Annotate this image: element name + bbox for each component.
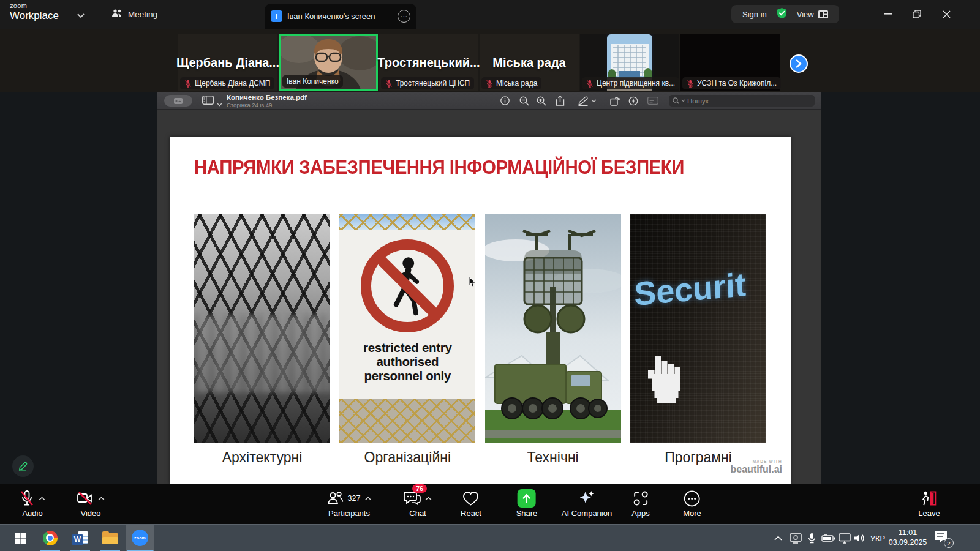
pdf-page-status: Сторінка 24 із 49 — [227, 102, 307, 109]
react-label: React — [461, 509, 481, 518]
zoom-out-button[interactable] — [517, 95, 532, 107]
participant-tile[interactable]: УСЗН та Оз Крижопіл... — [680, 34, 780, 91]
pdf-file-name: Копиченко Безпека.pdf — [227, 94, 307, 101]
security-screen-image: Securit — [630, 214, 766, 443]
window-restore-button[interactable] — [907, 4, 927, 24]
slide-column-organizational: restricted entry authorised personnel on… — [339, 214, 475, 466]
sign-text: restricted entry authorised personnel on… — [339, 341, 475, 383]
participants-count: 327 — [348, 494, 361, 503]
sign-in-button[interactable]: Sign in — [742, 10, 767, 19]
participant-label-text: Тростянецький ЦНСП — [396, 79, 470, 88]
taskbar-word[interactable]: W — [66, 525, 94, 551]
no-pedestrian-icon — [361, 239, 454, 332]
zoom-meeting-window: zoom Workplace Meeting I Іван Копиченко'… — [0, 0, 980, 551]
ai-companion-control[interactable]: AI Companion — [562, 489, 612, 518]
notification-count-badge: 2 — [944, 538, 954, 548]
sidebar-chevron-icon[interactable] — [217, 98, 222, 109]
security-shield-icon[interactable] — [776, 7, 788, 21]
zoom-workplace-logo: zoom Workplace — [10, 2, 59, 21]
taskbar-chrome[interactable] — [36, 525, 64, 551]
tray-battery-icon[interactable] — [820, 530, 837, 547]
logo-zoom-text: zoom — [10, 2, 59, 9]
participant-label-text: Міська рада — [496, 79, 537, 88]
pdf-search-field[interactable] — [669, 95, 815, 107]
rotate-button[interactable] — [608, 95, 622, 107]
participants-options-chevron[interactable] — [364, 497, 371, 501]
slide-columns: Архітектурні — [194, 214, 766, 466]
participant-label: Іван Копиченко — [282, 75, 343, 88]
video-options-chevron[interactable] — [98, 497, 105, 501]
tray-cast-icon[interactable] — [788, 530, 804, 547]
notification-center-button[interactable]: 2 — [933, 530, 951, 546]
leave-label: Leave — [918, 509, 940, 518]
tray-show-hidden-icons[interactable] — [771, 530, 785, 547]
taskbar-file-explorer[interactable] — [96, 525, 124, 551]
audio-control[interactable]: Audio — [20, 489, 45, 518]
window-minimize-button[interactable] — [877, 4, 898, 24]
tray-microphone-icon[interactable] — [805, 530, 818, 547]
markup-chevron-icon[interactable] — [589, 95, 598, 107]
apps-control[interactable]: Apps — [631, 489, 650, 518]
participant-tile[interactable]: Щербань Діана... Щербань Діана ДСМП — [178, 34, 277, 91]
zoom-in-button[interactable] — [534, 95, 549, 107]
start-button[interactable] — [6, 525, 35, 551]
info-button[interactable] — [497, 95, 512, 107]
participant-label: Щербань Діана ДСМП — [180, 77, 274, 89]
participant-label: Центр підвищення кв... — [582, 77, 679, 89]
view-button[interactable]: View — [797, 10, 828, 19]
participant-tile[interactable]: Центр підвищення кв... — [580, 34, 679, 91]
meeting-people-icon — [111, 9, 123, 20]
chat-control[interactable]: 76 Chat — [404, 489, 432, 518]
heart-icon — [463, 491, 480, 506]
slide-column-software: Securit — [630, 214, 766, 466]
search-input[interactable] — [687, 97, 811, 105]
apps-icon — [633, 490, 649, 506]
participant-tile[interactable]: Міська рада Міська рада — [480, 34, 579, 91]
annotate-button[interactable] — [12, 455, 34, 477]
tray-volume-icon[interactable] — [851, 530, 867, 547]
more-control[interactable]: More — [683, 489, 701, 518]
taskbar-zoom-active[interactable]: zoom — [126, 525, 154, 551]
draw-tool-button[interactable] — [626, 95, 641, 107]
participant-label-text: Центр підвищення кв... — [597, 79, 675, 88]
share-control[interactable]: Share — [516, 489, 538, 518]
apps-label: Apps — [631, 509, 650, 518]
tab-options-ellipsis-icon[interactable]: ⋯ — [398, 10, 410, 23]
markup-pen-button[interactable] — [576, 95, 590, 107]
clock-date: 03.09.2025 — [887, 538, 929, 547]
participant-label-text: Щербань Діана ДСМП — [195, 79, 270, 88]
column-caption: Організаційні — [339, 449, 475, 466]
audio-options-chevron[interactable] — [39, 497, 45, 501]
pdf-document-area[interactable]: НАПРЯМКИ ЗАБЕЗПЕЧЕННЯ ІНФОРМАЦІЙНОЇ БЕЗП… — [157, 110, 821, 484]
workspace-chevron-icon[interactable] — [77, 10, 85, 21]
muted-camera-icon — [77, 491, 94, 506]
participant-tile-active-speaker[interactable]: Іван Копиченко — [279, 34, 378, 91]
chrome-icon — [43, 531, 58, 545]
pdf-window-button[interactable] — [164, 95, 192, 107]
view-button-label: View — [797, 10, 814, 19]
radar-truck-image — [485, 214, 621, 443]
window-close-button[interactable] — [936, 4, 957, 24]
tab-shared-screen[interactable]: I Іван Копиченко's screen ⋯ — [265, 4, 417, 29]
tab-meeting[interactable]: Meeting — [105, 0, 164, 29]
meeting-controls-bar: Audio Video 327 Participants 76 Chat — [0, 484, 980, 524]
leave-control[interactable]: Leave — [918, 489, 940, 518]
participant-tile[interactable]: Тростянецький... Тростянецький ЦНСП — [379, 34, 478, 91]
beautiful-ai-watermark: MADE WITH beautiful.ai — [731, 459, 782, 475]
video-label: Video — [80, 509, 100, 518]
tray-language-indicator[interactable]: УКР — [866, 530, 889, 547]
sidebar-toggle-button[interactable] — [202, 96, 214, 107]
share-export-button[interactable] — [552, 95, 567, 107]
chat-options-chevron[interactable] — [425, 497, 432, 501]
column-caption: Архітектурні — [194, 449, 330, 466]
tray-clock[interactable]: 11:01 03.09.2025 — [887, 528, 929, 547]
pdf-viewer-toolbar: Копиченко Безпека.pdf Сторінка 24 із 49 — [157, 92, 821, 110]
meeting-tab-label: Meeting — [128, 10, 157, 19]
titlebar: zoom Workplace Meeting I Іван Копиченко'… — [0, 0, 980, 29]
video-control[interactable]: Video — [77, 489, 105, 518]
react-control[interactable]: React — [461, 489, 481, 518]
tray-display-icon[interactable] — [837, 530, 853, 547]
muted-mic-icon — [687, 80, 694, 88]
participants-control[interactable]: 327 Participants — [327, 489, 372, 518]
filmstrip-next-arrow-button[interactable] — [790, 54, 808, 73]
